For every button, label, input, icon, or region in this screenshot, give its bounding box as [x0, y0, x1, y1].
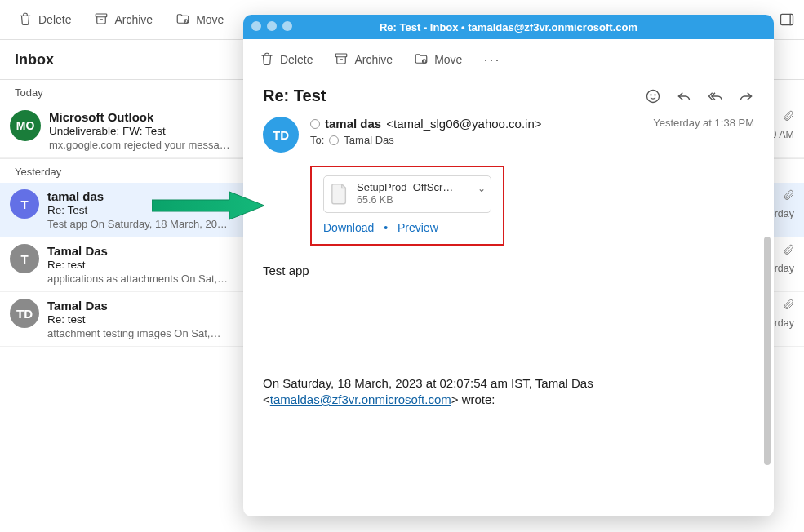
trash-icon: [260, 51, 274, 69]
svg-point-6: [647, 90, 660, 102]
delete-label: Delete: [38, 13, 71, 26]
close-icon[interactable]: [251, 21, 261, 31]
move-button[interactable]: Move: [414, 51, 462, 69]
attachment-name: SetupProd_OffScrub…: [357, 181, 455, 194]
svg-rect-2: [781, 14, 793, 24]
paperclip-icon: [782, 189, 794, 205]
folder-move-icon: [414, 51, 429, 69]
collapse-pane-icon[interactable]: [778, 11, 796, 29]
forward-icon[interactable]: [738, 88, 754, 104]
reply-all-icon[interactable]: [707, 88, 723, 104]
quoted-header: On Saturday, 18 March, 2023 at 02:07:54 …: [263, 375, 754, 409]
attachment-size: 65.6 KB: [357, 194, 455, 207]
paperclip-icon: [782, 244, 794, 259]
minimize-icon[interactable]: [267, 21, 277, 31]
download-link[interactable]: Download: [323, 221, 374, 234]
attachment-card[interactable]: SetupProd_OffScrub… 65.6 KB ⌄: [323, 175, 491, 213]
read-toolbar: Delete Archive Move ···: [243, 39, 774, 80]
presence-icon: [310, 119, 320, 129]
from-line: tamal das <tamal_slg06@yahoo.co.in>: [310, 117, 642, 131]
folder-move-icon: [175, 11, 190, 29]
to-name: Tamal Das: [344, 134, 393, 146]
sender-avatar: TD: [263, 117, 299, 153]
move-label: Move: [434, 53, 462, 66]
quote-email[interactable]: tamaldas@zf3vr.onmicrosoft.com: [270, 392, 451, 406]
sender-name: tamal das: [325, 117, 381, 131]
annotation-arrow: [152, 189, 266, 222]
sender-addr: <tamal_slg06@yahoo.co.in>: [386, 117, 541, 131]
react-icon[interactable]: [645, 88, 661, 104]
message-body: Test app: [263, 264, 754, 277]
reading-body: Re: Test TD tamal das <tamal_slg06@yahoo…: [243, 80, 774, 516]
archive-label: Archive: [114, 13, 153, 26]
received-datetime: Yesterday at 1:38 PM: [653, 117, 754, 129]
quote-suffix: > wrote:: [451, 392, 495, 406]
avatar: TD: [10, 299, 39, 328]
reply-icon[interactable]: [676, 88, 692, 104]
preview-link[interactable]: Preview: [398, 221, 438, 234]
delete-button[interactable]: Delete: [260, 51, 313, 69]
paperclip-icon: [782, 110, 794, 126]
delete-button[interactable]: Delete: [18, 11, 71, 29]
paperclip-icon: [782, 299, 794, 314]
archive-icon: [334, 51, 349, 69]
trash-icon: [18, 11, 33, 29]
avatar: T: [10, 189, 39, 219]
window-titlebar[interactable]: Re: Test - Inbox • tamaldas@zf3vr.onmicr…: [243, 15, 774, 39]
separator-dot: •: [384, 221, 388, 234]
svg-marker-3: [152, 192, 264, 219]
scrollbar[interactable]: [764, 237, 771, 465]
archive-button[interactable]: Archive: [334, 51, 393, 69]
file-icon: [331, 183, 349, 206]
archive-icon: [94, 11, 109, 29]
svg-rect-4: [336, 54, 348, 57]
presence-icon: [329, 135, 339, 145]
more-actions-button[interactable]: ···: [483, 51, 500, 69]
attachment-highlight: SetupProd_OffScrub… 65.6 KB ⌄ Download •…: [310, 166, 504, 246]
archive-label: Archive: [354, 53, 393, 66]
to-label: To:: [310, 134, 324, 146]
move-label: Move: [196, 13, 224, 26]
avatar: MO: [10, 110, 41, 141]
avatar: T: [10, 244, 39, 273]
zoom-icon[interactable]: [282, 21, 292, 31]
move-button[interactable]: Move: [175, 11, 224, 29]
svg-point-7: [651, 94, 651, 95]
reading-window: Re: Test - Inbox • tamaldas@zf3vr.onmicr…: [243, 15, 774, 516]
chevron-down-icon[interactable]: ⌄: [478, 183, 486, 194]
delete-label: Delete: [280, 53, 313, 66]
svg-rect-0: [96, 14, 108, 17]
svg-point-8: [655, 94, 655, 95]
window-controls[interactable]: [251, 21, 292, 31]
archive-button[interactable]: Archive: [94, 11, 153, 29]
window-title: Re: Test - Inbox • tamaldas@zf3vr.onmicr…: [380, 21, 637, 33]
subject: Re: Test: [263, 86, 326, 105]
